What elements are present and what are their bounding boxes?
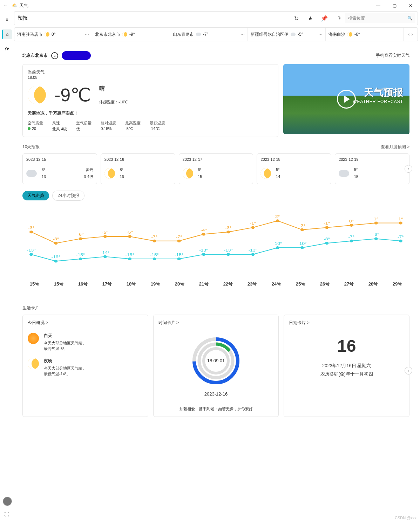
search-icon[interactable]: 🔍: [407, 16, 413, 21]
svg-text:-10°: -10°: [298, 241, 306, 246]
clock-header[interactable]: 时间卡片 >: [158, 320, 274, 326]
svg-point-0: [29, 231, 33, 233]
svg-text:2°: 2°: [275, 214, 280, 219]
city-prev[interactable]: ‹: [408, 32, 410, 37]
city-temp: -5°: [298, 32, 303, 37]
city-name: 新疆维吾尔自治区伊: [251, 32, 289, 37]
moon-mode-icon[interactable]: ☽: [331, 15, 345, 22]
day-card[interactable]: 2023-12-16-8°-16: [101, 153, 175, 184]
home-icon[interactable]: ⌂: [2, 29, 12, 39]
svg-text:-7°: -7°: [151, 235, 157, 239]
svg-point-54: [300, 246, 304, 249]
more-dots-icon[interactable]: ⋯: [241, 32, 245, 37]
city-strip: 河南驻马店市0°⋯北京市北京市-9°山东青岛市-7°⋯新疆维吾尔自治区伊-5°⋯…: [14, 27, 418, 41]
x-label: 16号: [71, 281, 95, 287]
city-name: 山东青岛市: [173, 32, 194, 37]
chart-tabs: 天气走势 24小时预报: [22, 191, 409, 201]
day-card[interactable]: 2023-12-19-5°-15: [335, 153, 409, 184]
svg-text:-8°: -8°: [53, 237, 59, 241]
current-temp: -9℃: [54, 84, 91, 105]
life-cards: 今日概况 > 白天 今天大部分地区天气晴。 最高气温-5°。 夜晚 今天大部分地…: [22, 315, 409, 417]
svg-point-60: [374, 237, 378, 240]
more-dots-icon[interactable]: ⋯: [85, 32, 89, 37]
city-next[interactable]: ›: [411, 32, 413, 37]
svg-text:-2°: -2°: [299, 224, 305, 228]
city-cell[interactable]: 新疆维吾尔自治区伊-5°⋯: [248, 28, 326, 41]
metric-value: 0.15%: [101, 126, 116, 131]
clock-time: 18:09:01: [158, 358, 274, 363]
svg-point-14: [202, 233, 205, 235]
life-scroll-right[interactable]: ›: [405, 367, 412, 375]
svg-text:-1°: -1°: [250, 221, 256, 225]
overview-card: 今日概况 > 白天 今天大部分地区天气晴。 最高气温-5°。 夜晚 今天大部分地…: [22, 315, 148, 417]
svg-text:-6°: -6°: [373, 232, 379, 236]
close-button[interactable]: ✕: [402, 0, 419, 11]
svg-point-12: [177, 239, 181, 242]
metric-value: 优: [76, 126, 92, 132]
back-button[interactable]: ←: [1, 3, 10, 8]
svg-point-24: [325, 226, 328, 229]
day-lo: -15: [197, 173, 202, 180]
svg-text:-10°: -10°: [273, 241, 282, 246]
date-big: 16: [289, 336, 404, 356]
hamburger-icon[interactable]: ≡: [2, 15, 12, 25]
day-card[interactable]: 2023-12-18-5°-14: [257, 153, 331, 184]
ten-day-list: 2023-12-15-3°-13多云3-4级2023-12-16-8°-1620…: [22, 153, 409, 184]
city-temp: -7°: [203, 32, 208, 37]
city-cell[interactable]: 河南驻马店市0°⋯: [14, 28, 92, 41]
search-input[interactable]: [348, 16, 407, 21]
day-text: 今天大部分地区天气晴。 最高气温-5°。: [44, 340, 86, 352]
home-location-icon[interactable]: ⌂: [51, 52, 58, 59]
svg-point-6: [103, 235, 107, 238]
x-label: 15号: [22, 281, 47, 287]
svg-text:-14°: -14°: [101, 250, 109, 254]
metric-value: -14℃: [150, 126, 165, 131]
svg-point-50: [251, 253, 255, 256]
city-cell[interactable]: 山东青岛市-7°⋯: [170, 28, 248, 41]
monthly-link[interactable]: 查看月度预测 >: [381, 144, 409, 150]
svg-text:-6°: -6°: [77, 232, 84, 236]
app-icon: 🌤️: [12, 3, 17, 8]
city-cell[interactable]: 北京市北京市-9°: [92, 28, 170, 41]
more-dots-icon[interactable]: ⋯: [318, 32, 323, 37]
date-line1: 2023年12月16日 星期六: [289, 363, 404, 369]
day-card[interactable]: 2023-12-15-3°-13多云3-4级: [22, 153, 97, 184]
day-card[interactable]: 2023-12-17-6°-15: [179, 153, 253, 184]
svg-point-22: [300, 228, 304, 231]
tab-24h[interactable]: 24小时预报: [52, 191, 84, 201]
tab-trend[interactable]: 天气走势: [22, 191, 49, 200]
night-moon-icon: [28, 358, 39, 369]
svg-text:1°: 1°: [398, 217, 403, 221]
minimize-button[interactable]: —: [370, 0, 386, 11]
svg-text:-13°: -13°: [27, 248, 35, 252]
maximize-button[interactable]: ▢: [386, 0, 402, 11]
star-icon[interactable]: ★: [303, 15, 317, 22]
svg-point-30: [399, 221, 402, 224]
day-lo: -15: [353, 173, 358, 180]
moon-icon: [183, 168, 193, 179]
svg-text:-7°: -7°: [348, 235, 355, 239]
city-name: 河南驻马店市: [17, 32, 42, 37]
search-box[interactable]: 🔍: [345, 13, 415, 23]
svg-point-36: [79, 257, 82, 260]
pin-icon[interactable]: 📌: [317, 15, 331, 22]
refresh-icon[interactable]: ↻: [289, 15, 303, 22]
x-label: 25号: [289, 281, 313, 287]
location-row: 北京市北京市 ⌂ 大风·蓝色 手机查看实时天气: [22, 51, 409, 60]
date-header[interactable]: 日期卡片 >: [289, 320, 404, 326]
overview-header[interactable]: 今日概况 >: [28, 320, 143, 326]
current-slogan: 天寒地冻，千万裹严实点！: [28, 110, 273, 116]
svg-text:-3°: -3°: [225, 226, 231, 230]
x-label: 24号: [264, 281, 289, 287]
svg-text:-7°: -7°: [176, 235, 182, 239]
svg-point-18: [251, 226, 255, 229]
sidebar: ≡ ⌂ 🗺: [0, 11, 14, 430]
svg-text:-7°: -7°: [398, 235, 404, 239]
x-label: 23号: [240, 281, 264, 287]
map-icon[interactable]: 🗺: [2, 44, 12, 54]
forecast-video[interactable]: 天气预报 WEATHER FORECAST: [283, 64, 409, 134]
scroll-right-button[interactable]: ›: [405, 165, 412, 173]
mobile-link[interactable]: 手机查看实时天气: [376, 53, 409, 59]
city-cell[interactable]: 海南白沙-6°: [326, 28, 404, 41]
weather-alert-pill[interactable]: 大风·蓝色: [62, 51, 91, 60]
